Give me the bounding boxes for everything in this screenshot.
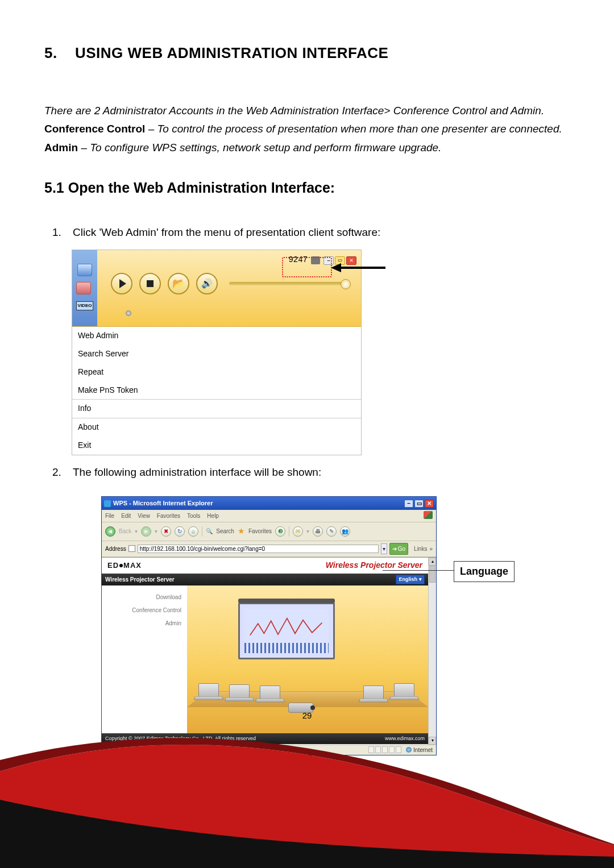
ie-menubar: File Edit View Favorites Tools Help (102, 510, 436, 522)
ie-maximize-button[interactable]: ▭ (414, 500, 424, 508)
address-dropdown[interactable]: ▾ (381, 543, 387, 554)
stop-button[interactable] (139, 273, 161, 294)
ie-minimize-button[interactable]: – (404, 500, 413, 508)
home-button[interactable]: ⌂ (188, 526, 198, 537)
history-button[interactable]: ❸ (275, 526, 285, 537)
status-done: Done (114, 745, 128, 755)
menu-search-server[interactable]: Search Server (72, 345, 361, 363)
discuss-button[interactable]: 👥 (340, 526, 350, 537)
open-button[interactable]: 📂 (168, 273, 189, 294)
video-icon[interactable]: VIDEO (76, 282, 94, 313)
figure-client-menu: VIDEO 9247 – ▭ ✕ (72, 250, 362, 455)
ie-menu-view[interactable]: View (138, 511, 150, 521)
callout-line (383, 570, 454, 571)
intro-block: There are 2 Administrator Accounts in th… (44, 102, 570, 157)
step-2: 2. The following administration interfac… (44, 463, 570, 481)
language-value: English (399, 575, 417, 584)
ie-menu-help[interactable]: Help (207, 511, 219, 521)
language-callout-text: Language (460, 566, 508, 577)
stop-nav-button[interactable]: ✖ (161, 526, 171, 537)
zone-icon (406, 747, 412, 753)
section-number: 5. (44, 44, 75, 62)
player-sidebar: VIDEO (72, 250, 97, 326)
language-callout: Language (454, 561, 515, 582)
wps-bar-label: Wireless Projector Server (105, 575, 175, 584)
menu-info[interactable]: Info (72, 399, 361, 418)
mailto-button[interactable]: ✉ (293, 526, 303, 537)
admin-label: Admin (44, 142, 78, 153)
context-menu: Web Admin Search Server Repeat Make PnS … (72, 327, 361, 455)
go-button[interactable]: ➔ Go (389, 543, 408, 555)
scroll-down-button[interactable]: ▾ (429, 737, 436, 745)
ie-app-icon (104, 500, 111, 507)
language-select[interactable]: English ▾ (396, 575, 425, 584)
ie-logo-icon (424, 511, 433, 519)
menu-make-token[interactable]: Make PnS Token (72, 381, 361, 400)
section-heading: 5.USING WEB ADMINISTRATION INTERFACE (44, 44, 570, 62)
volume-button[interactable]: 🔊 (196, 273, 218, 294)
conference-control-desc: – To control the process of presentation… (145, 123, 562, 135)
print-button[interactable]: 🖶 (313, 526, 323, 537)
side-download[interactable]: Download (107, 592, 181, 602)
edimax-logo: EDMAX (107, 559, 142, 572)
ie-close-button[interactable]: ✕ (425, 500, 434, 508)
ie-titlebar: WPS - Microsoft Internet Explorer – ▭ ✕ (102, 497, 436, 510)
status-zone: Internet (413, 745, 433, 755)
display-icon[interactable] (77, 264, 92, 276)
video-label: VIDEO (76, 301, 94, 310)
scroll-thumb[interactable] (429, 566, 435, 583)
menu-repeat[interactable]: Repeat (72, 363, 361, 381)
step-1-number: 1. (52, 223, 73, 242)
step-1: 1. Click 'Web Admin' from the menu of pr… (44, 223, 570, 242)
site-link[interactable]: www.edimax.com (385, 734, 425, 743)
ie-menu-file[interactable]: File (105, 511, 114, 521)
laptop-1 (194, 683, 223, 704)
edit-button[interactable]: ✎ (326, 526, 337, 537)
play-button[interactable] (111, 273, 132, 294)
address-label: Address (105, 544, 126, 554)
ie-menu-favorites[interactable]: Favorites (157, 511, 180, 521)
close-button[interactable]: ✕ (346, 256, 356, 265)
refresh-button[interactable]: ↻ (175, 526, 185, 537)
admin-line: Admin – To configure WPS settings, netwo… (44, 139, 570, 157)
tray-icon[interactable] (311, 256, 320, 264)
section-title: USING WEB ADMINISTRATION INTERFACE (75, 44, 388, 61)
status-page-icon (105, 746, 112, 753)
side-admin[interactable]: Admin (107, 618, 181, 628)
admin-desc: – To configure WPS settings, network set… (78, 142, 441, 153)
wps-header: EDMAX Wireless Projector Server (102, 558, 428, 574)
step-2-number: 2. (52, 463, 73, 481)
links-label[interactable]: Links (414, 544, 427, 554)
address-input[interactable] (138, 545, 379, 553)
intro-sentence: There are 2 Administrator Accounts in th… (44, 102, 570, 120)
wps-footer: Copyright © 2007 Edimax Technology Co., … (102, 733, 428, 744)
search-icon[interactable]: 🔍 (206, 526, 213, 536)
laptop-2 (225, 684, 254, 705)
status-dot (126, 310, 131, 316)
conference-control-label: Conference Control (44, 123, 145, 135)
laptop-5 (389, 683, 419, 704)
favorites-icon[interactable]: ★ (238, 525, 245, 538)
subsection-heading: 5.1 Open the Web Administration Interfac… (44, 180, 570, 196)
step-1-text: Click 'Web Admin' from the menu of prese… (73, 223, 380, 242)
menu-exit[interactable]: Exit (72, 437, 361, 455)
laptop-3 (255, 686, 285, 706)
ie-menu-edit[interactable]: Edit (121, 511, 131, 521)
favorites-label: Favorites (248, 526, 272, 536)
projector-screen (238, 603, 335, 659)
menu-about[interactable]: About (72, 418, 361, 437)
conference-control-line: Conference Control – To control the proc… (44, 120, 570, 138)
player-code: 9247 (288, 254, 308, 267)
side-conference-control[interactable]: Conference Control (107, 605, 181, 615)
menu-web-admin[interactable]: Web Admin (72, 327, 361, 345)
forward-button[interactable]: ► (141, 526, 151, 537)
progress-slider[interactable] (229, 282, 350, 285)
ie-menu-tools[interactable]: Tools (187, 511, 200, 521)
laptop-4 (359, 686, 388, 706)
page-number: 29 (0, 711, 614, 720)
search-label: Search (216, 526, 234, 536)
step-2-text: The following administration interface w… (73, 463, 321, 481)
client-player: VIDEO 9247 – ▭ ✕ (72, 250, 361, 327)
scroll-up-button[interactable]: ▴ (429, 558, 436, 566)
back-button[interactable]: ◄ (105, 526, 115, 537)
